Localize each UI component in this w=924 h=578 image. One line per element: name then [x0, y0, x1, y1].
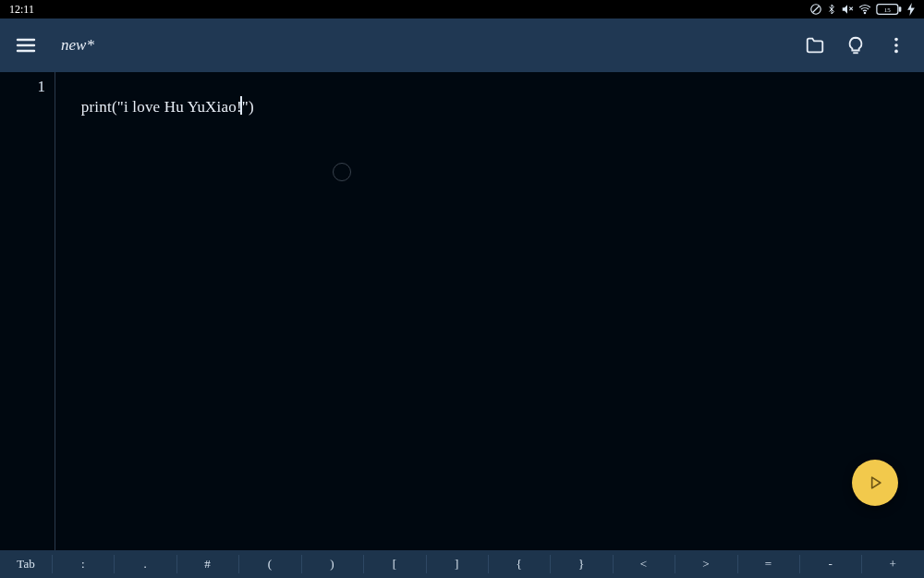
quick-key-:[interactable]: :: [52, 550, 114, 578]
code-editor[interactable]: 1 print("i love Hu YuXiao!"): [0, 72, 924, 550]
quick-key--[interactable]: -: [799, 550, 861, 578]
quick-key-<[interactable]: <: [613, 550, 675, 578]
status-right-cluster: 15: [809, 3, 915, 16]
quick-key-.[interactable]: .: [114, 550, 176, 578]
mute-icon: [841, 3, 854, 16]
quick-key-=[interactable]: =: [737, 550, 799, 578]
quick-key-][interactable]: ]: [426, 550, 488, 578]
hamburger-icon: [15, 34, 37, 56]
folder-icon: [805, 35, 825, 55]
quick-key-#[interactable]: #: [176, 550, 238, 578]
run-button[interactable]: [852, 460, 898, 506]
quick-key-)[interactable]: ): [301, 550, 363, 578]
wifi-icon: [857, 3, 872, 16]
quick-key-+[interactable]: +: [861, 550, 923, 578]
text-caret: [240, 96, 242, 115]
svg-point-7: [894, 38, 898, 42]
line-gutter: 1: [0, 72, 55, 550]
quick-key-row: Tab:.#()[]{}<>=-+: [0, 550, 924, 578]
battery-icon: 15: [876, 3, 904, 16]
quick-key-([interactable]: (: [238, 550, 300, 578]
quick-key-[[interactable]: [: [363, 550, 425, 578]
quick-key-}[interactable]: }: [550, 550, 612, 578]
svg-point-4: [864, 12, 865, 13]
more-button[interactable]: [876, 25, 917, 66]
line-number: 1: [0, 78, 45, 96]
nosign-icon: [809, 3, 822, 16]
status-time: 12:11: [9, 3, 34, 17]
quick-key->[interactable]: >: [675, 550, 736, 578]
svg-point-9: [894, 50, 898, 54]
quick-key-tab[interactable]: Tab: [0, 550, 52, 578]
menu-button[interactable]: [7, 27, 44, 64]
status-bar: 12:11 15: [0, 0, 924, 18]
bluetooth-icon: [826, 3, 837, 16]
lightbulb-icon: [845, 35, 866, 55]
code-area[interactable]: print("i love Hu YuXiao!"): [55, 72, 924, 550]
battery-percent-text: 15: [884, 6, 892, 14]
idea-button[interactable]: [835, 25, 876, 66]
code-line: print("i love Hu YuXiao!"): [81, 98, 254, 116]
play-icon: [866, 473, 884, 492]
more-vert-icon: [886, 35, 906, 55]
touch-indicator: [333, 163, 351, 181]
svg-rect-6: [899, 6, 902, 11]
svg-line-1: [813, 6, 820, 13]
svg-point-8: [894, 43, 898, 47]
charging-icon: [907, 3, 915, 16]
quick-key-{[interactable]: {: [488, 550, 550, 578]
app-bar: new*: [0, 18, 924, 72]
open-folder-button[interactable]: [795, 25, 835, 66]
file-title: new*: [61, 36, 94, 55]
